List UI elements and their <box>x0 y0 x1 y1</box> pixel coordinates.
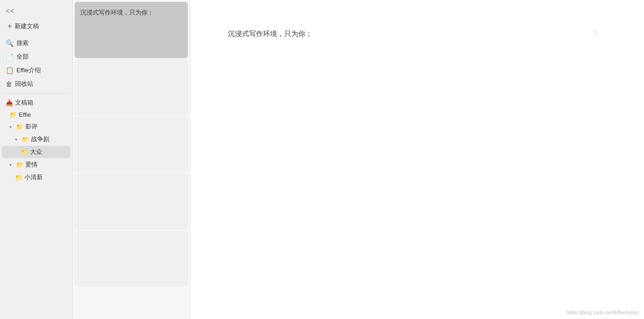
plus-icon: + <box>8 23 12 30</box>
doc-list-panel: 沉浸式写作环境，只为你； <box>73 0 190 319</box>
sidebar-all-label: 全部 <box>16 53 29 61</box>
aiqing-label: 爱情 <box>25 160 38 169</box>
yingping-chevron-icon: ▾ <box>9 124 14 129</box>
sidebar-item-effie[interactable]: 📁 Effie <box>2 109 70 120</box>
sidebar-nav-section: 🔍 搜索 📄 全部 📋 Effie介绍 🗑 回收站 <box>0 37 72 91</box>
sidebar-item-yingping[interactable]: ▾ 📁 影评 <box>2 121 70 133</box>
all-docs-icon: 📄 <box>6 53 14 61</box>
sidebar-trash-label: 回收站 <box>15 80 33 88</box>
dazhong-folder-icon: 📁 <box>21 149 28 156</box>
aiqing-folder-icon: 📁 <box>16 161 23 168</box>
sidebar-tree-section: 📥 文稿箱 📁 Effie ▾ 📁 影评 ▾ 📁 战争剧 📁 大众 ▾ 📁 爱情… <box>0 97 72 183</box>
sidebar-item-search[interactable]: 🔍 搜索 <box>2 37 70 50</box>
sidebar-search-label: 搜索 <box>16 39 29 47</box>
sidebar-item-docbox[interactable]: 📥 文稿箱 <box>2 97 70 109</box>
search-icon: 🔍 <box>6 39 14 47</box>
editor-line-1: 沉浸式写作环境，只为你； 1 <box>228 28 606 39</box>
effie-intro-icon: 📋 <box>6 67 14 74</box>
sidebar-effie-intro-label: Effie介绍 <box>16 66 41 75</box>
sidebar-item-effie-intro[interactable]: 📋 Effie介绍 <box>2 64 70 77</box>
dazhong-label: 大众 <box>30 148 42 156</box>
editor-line-number-1: 1 <box>592 28 606 36</box>
yingping-folder-icon: 📁 <box>16 123 23 130</box>
editor-text-1: 沉浸式写作环境，只为你； <box>228 28 592 39</box>
new-doc-label: 新建文稿 <box>15 22 39 30</box>
doc-card-1[interactable]: 沉浸式写作环境，只为你； <box>75 2 188 58</box>
collapse-button[interactable]: << <box>4 6 69 17</box>
editor-panel: 沉浸式写作环境，只为你； 1 https://blog.csdn.net/Eff… <box>190 0 644 319</box>
sidebar: << + 新建文稿 🔍 搜索 📄 全部 📋 Effie介绍 🗑 回收站 📥 文稿… <box>0 0 73 319</box>
sidebar-item-xiaoqingxin[interactable]: 📁 小清新 <box>2 171 70 183</box>
effie-folder-icon: 📁 <box>9 111 17 118</box>
sidebar-divider <box>6 93 67 94</box>
sidebar-top-actions: << + 新建文稿 <box>0 4 72 37</box>
sidebar-item-zhanzhengju[interactable]: ▾ 📁 战争剧 <box>2 133 70 145</box>
doc-card-1-title: 沉浸式写作环境，只为你； <box>80 8 182 17</box>
sidebar-item-all[interactable]: 📄 全部 <box>2 50 70 63</box>
doc-card-5[interactable] <box>75 231 188 287</box>
zhanzhengju-label: 战争剧 <box>31 135 49 144</box>
doc-card-3[interactable] <box>75 116 188 173</box>
doc-card-2[interactable] <box>75 59 188 115</box>
docbox-label: 文稿箱 <box>15 99 33 107</box>
yingping-label: 影评 <box>25 122 38 131</box>
sidebar-item-aiqing[interactable]: ▾ 📁 爱情 <box>2 159 70 171</box>
effie-label: Effie <box>19 111 31 118</box>
new-doc-button[interactable]: + 新建文稿 <box>4 20 69 33</box>
trash-icon: 🗑 <box>6 80 12 88</box>
aiqing-chevron-icon: ▾ <box>9 162 14 167</box>
sidebar-item-trash[interactable]: 🗑 回收站 <box>2 77 70 91</box>
zhanzhengju-chevron-icon: ▾ <box>15 137 20 142</box>
xiaoqingxin-label: 小清新 <box>24 173 43 182</box>
docbox-icon: 📥 <box>6 99 13 106</box>
doc-card-4[interactable] <box>75 174 188 230</box>
sidebar-item-dazhong[interactable]: 📁 大众 <box>2 146 70 158</box>
xiaoqingxin-folder-icon: 📁 <box>15 174 23 181</box>
zhanzhengju-folder-icon: 📁 <box>22 136 29 143</box>
editor-content[interactable]: 沉浸式写作环境，只为你； 1 <box>190 0 644 319</box>
collapse-icon: << <box>6 8 15 15</box>
